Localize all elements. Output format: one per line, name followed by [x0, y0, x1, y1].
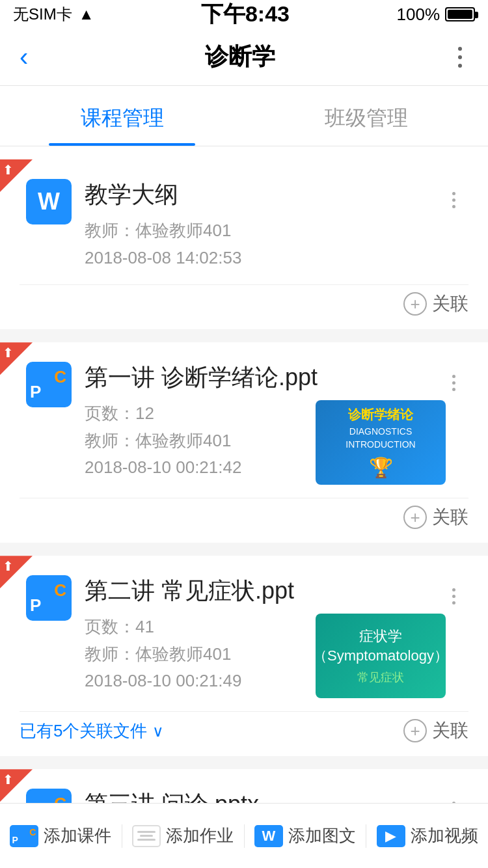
files-count: 已有5个关联文件 ∨ — [20, 720, 164, 742]
add-video-label: 添加视频 — [411, 824, 478, 847]
ppt-file-icon-2: P C — [26, 575, 72, 621]
thumb-2-title: 症状学（Symptomatology） — [316, 627, 446, 666]
status-bar: 无SIM卡 ▲ 下午8:43 100% — [0, 0, 488, 29]
more-button[interactable] — [452, 40, 468, 74]
add-courseware-button[interactable]: P C 添加课件 — [0, 824, 122, 848]
card-syllabus: ⬆ W 教学大纲 教师：体验教师401 2018-08-08 14:02:53 … — [0, 159, 488, 329]
back-button[interactable]: ‹ — [20, 42, 28, 72]
file-title-1: 第一讲 诊断学绪论.ppt — [85, 362, 446, 394]
more-dots-2[interactable] — [452, 588, 455, 604]
add-courseware-label: 添加课件 — [44, 824, 111, 847]
date-1: 2018-08-10 00:21:42 — [85, 454, 303, 481]
ppt-file-icon-1: P C — [26, 362, 72, 407]
add-graphic-button[interactable]: W 添加图文 — [245, 824, 367, 848]
video-icon-small: ▶ — [377, 825, 405, 847]
file-title-2: 第二讲 常见症状.ppt — [85, 575, 446, 607]
file-teacher-syllabus: 教师：体验教师401 — [85, 217, 446, 245]
status-right: 100% — [397, 5, 476, 25]
word-icon-small: W — [254, 825, 283, 847]
file-date-syllabus: 2018-08-08 14:02:53 — [85, 245, 446, 272]
add-assignment-label: 添加作业 — [166, 824, 234, 847]
upload-icon-2: ⬆ — [3, 345, 14, 360]
pages-2: 页数：41 — [85, 614, 303, 641]
associate-plus-icon: + — [403, 292, 427, 316]
chevron-down-icon: ∨ — [152, 722, 164, 740]
thumbnail-1: 诊断学绪论 DIAGNOSTICS INTRODUCTION 🏆 — [316, 400, 446, 485]
file-left-1: 第一讲 诊断学绪论.ppt 页数：12 教师：体验教师401 2018-08-1… — [85, 362, 446, 485]
thumb-glasses: 🏆 — [369, 456, 393, 479]
teacher-1: 教师：体验教师401 — [85, 427, 303, 455]
associate-plus-2: + — [403, 719, 427, 742]
tab-class-management[interactable]: 班级管理 — [244, 86, 488, 146]
file-info-syllabus: 教学大纲 教师：体验教师401 2018-08-08 14:02:53 — [85, 179, 446, 271]
quiz-icon — [132, 825, 161, 847]
more-dots-1[interactable] — [452, 375, 455, 391]
file-title-syllabus: 教学大纲 — [85, 179, 446, 211]
add-graphic-label: 添加图文 — [288, 824, 356, 847]
content-area: ⬆ W 教学大纲 教师：体验教师401 2018-08-08 14:02:53 … — [0, 159, 488, 868]
card-lecture-1: ⬆ P C 第一讲 诊断学绪论.ppt 页数：12 — [0, 342, 488, 543]
bottom-bar: P C 添加课件 添加作业 W 添加图文 ▶ 添加视频 — [0, 803, 488, 868]
thumb-1-sub2: INTRODUCTION — [346, 439, 415, 450]
add-assignment-button[interactable]: 添加作业 — [122, 824, 245, 848]
ppt-small-icon: P C — [10, 825, 38, 847]
battery-icon — [445, 7, 475, 21]
thumb-2-sub: 常见症状 — [357, 670, 404, 685]
teacher-2: 教师：体验教师401 — [85, 641, 303, 668]
associate-label-2: 关联 — [432, 718, 468, 743]
tabs: 课程管理 班级管理 — [0, 86, 488, 146]
date-2: 2018-08-10 00:21:49 — [85, 668, 303, 695]
more-dots-syllabus[interactable] — [452, 192, 455, 208]
add-video-button[interactable]: ▶ 添加视频 — [366, 824, 488, 848]
associate-row-syllabus[interactable]: + 关联 — [0, 285, 488, 329]
sim-status: 无SIM卡 — [13, 4, 72, 25]
tab-course-management[interactable]: 课程管理 — [0, 86, 244, 146]
thumb-1-sub1: DIAGNOSTICS — [349, 426, 412, 437]
status-left: 无SIM卡 ▲ — [13, 4, 94, 25]
upload-icon-4: ⬆ — [3, 772, 14, 787]
upload-icon: ⬆ — [3, 162, 14, 178]
word-file-icon: W — [26, 179, 72, 224]
page-title: 诊断学 — [205, 41, 275, 73]
upload-icon-3: ⬆ — [3, 558, 14, 574]
pages-1: 页数：12 — [85, 400, 303, 427]
status-time: 下午8:43 — [201, 0, 290, 29]
thumb-1-title: 诊断学绪论 — [348, 406, 413, 424]
wifi-icon: ▲ — [79, 5, 94, 23]
associate-label-1: 关联 — [432, 505, 468, 530]
battery-percent: 100% — [397, 5, 441, 25]
associate-label-syllabus: 关联 — [432, 292, 468, 316]
associate-row-1[interactable]: + 关联 — [0, 498, 488, 543]
file-left-2: 第二讲 常见症状.ppt 页数：41 教师：体验教师401 2018-08-10… — [85, 575, 446, 698]
thumbnail-2: 症状学（Symptomatology） 常见症状 — [316, 614, 446, 698]
associate-row-2[interactable]: 已有5个关联文件 ∨ + 关联 — [0, 712, 488, 756]
card-lecture-2: ⬆ P C 第二讲 常见症状.ppt 页数：41 — [0, 556, 488, 756]
associate-plus-1: + — [403, 506, 427, 529]
nav-bar: ‹ 诊断学 — [0, 29, 488, 86]
